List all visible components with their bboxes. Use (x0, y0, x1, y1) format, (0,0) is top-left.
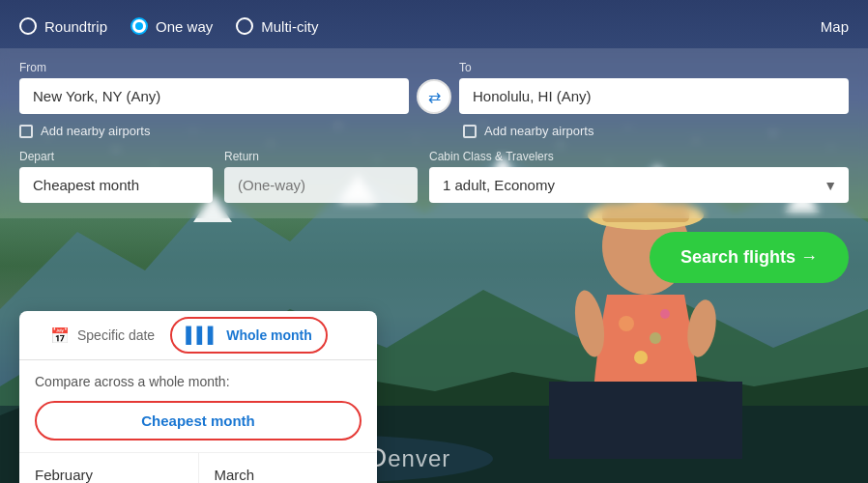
multicity-radio[interactable] (236, 17, 253, 35)
whole-month-tab[interactable]: ▌▌▌ Whole month (170, 317, 328, 354)
specific-date-label: Specific date (77, 327, 155, 343)
cabin-wrapper: 1 adult, Economy ▼ (429, 167, 849, 203)
city-rest: enver (388, 445, 450, 471)
to-label: To (459, 61, 849, 74)
multicity-label: Multi-city (261, 18, 318, 35)
march-name: March (215, 467, 362, 483)
map-link[interactable]: Map (821, 18, 849, 35)
depart-input[interactable] (19, 167, 213, 203)
cabin-group: Cabin Class & Travelers 1 adult, Economy… (429, 150, 849, 203)
month-option-march[interactable]: March 2018 (199, 453, 378, 483)
ui-overlay: Roundtrip One way Multi-city Map From ⇄ (0, 0, 868, 483)
return-input[interactable] (224, 167, 418, 203)
dropdown-tabs: 📅 Specific date ▌▌▌ Whole month (19, 311, 377, 360)
calendar-icon: 📅 (50, 327, 70, 345)
roundtrip-option[interactable]: Roundtrip (19, 17, 107, 35)
from-label: From (19, 61, 409, 74)
nearby-right-group: Add nearby airports (413, 124, 849, 138)
date-picker-dropdown: 📅 Specific date ▌▌▌ Whole month Compare … (19, 311, 377, 483)
whole-month-label: Whole month (226, 327, 312, 343)
cabin-select[interactable]: 1 adult, Economy (429, 167, 849, 203)
top-bar: Roundtrip One way Multi-city Map (0, 0, 868, 48)
search-form: From ⇄ To Add nearby airports Add nearby… (0, 48, 868, 218)
multicity-option[interactable]: Multi-city (236, 17, 318, 35)
nearby-left-checkbox[interactable] (19, 125, 33, 138)
february-name: February (35, 467, 183, 483)
oneway-option[interactable]: One way (130, 17, 213, 35)
bar-chart-icon: ▌▌▌ (186, 327, 218, 344)
nearby-right-label: Add nearby airports (484, 124, 593, 138)
roundtrip-label: Roundtrip (44, 18, 107, 35)
swap-button[interactable]: ⇄ (417, 79, 451, 114)
cabin-label: Cabin Class & Travelers (429, 150, 849, 163)
from-input[interactable] (19, 78, 409, 114)
city-name: Denver (367, 442, 450, 473)
cheapest-btn-wrapper: Cheapest month (19, 397, 377, 452)
nearby-left-label: Add nearby airports (41, 124, 150, 138)
cheapest-month-label: Cheapest month (141, 412, 255, 429)
compare-text: Compare across a whole month: (19, 360, 377, 397)
nearby-left-group: Add nearby airports (19, 124, 405, 138)
date-cabin-row: Depart Return Cabin Class & Travelers 1 … (19, 150, 849, 203)
cheapest-month-button[interactable]: Cheapest month (35, 401, 362, 440)
from-field-group: From (19, 61, 409, 114)
month-options: February 2018 March 2018 (19, 452, 377, 483)
search-flights-label: Search flights → (680, 247, 818, 268)
return-group: Return (224, 150, 418, 203)
roundtrip-radio[interactable] (19, 17, 37, 35)
specific-date-tab[interactable]: 📅 Specific date (35, 313, 170, 359)
from-to-row: From ⇄ To (19, 60, 849, 114)
depart-group: Depart (19, 150, 213, 203)
month-option-february[interactable]: February 2018 (19, 453, 199, 483)
nearby-right-checkbox[interactable] (463, 125, 477, 138)
search-flights-button[interactable]: Search flights → (650, 232, 849, 283)
oneway-radio[interactable] (130, 17, 148, 35)
to-field-group: To (459, 61, 849, 114)
oneway-label: One way (156, 18, 213, 35)
to-input[interactable] (459, 78, 849, 114)
return-label: Return (224, 150, 418, 163)
swap-icon: ⇄ (428, 88, 441, 106)
trip-type-group: Roundtrip One way Multi-city (19, 17, 821, 35)
nearby-row: Add nearby airports Add nearby airports (19, 124, 849, 138)
depart-label: Depart (19, 150, 213, 163)
